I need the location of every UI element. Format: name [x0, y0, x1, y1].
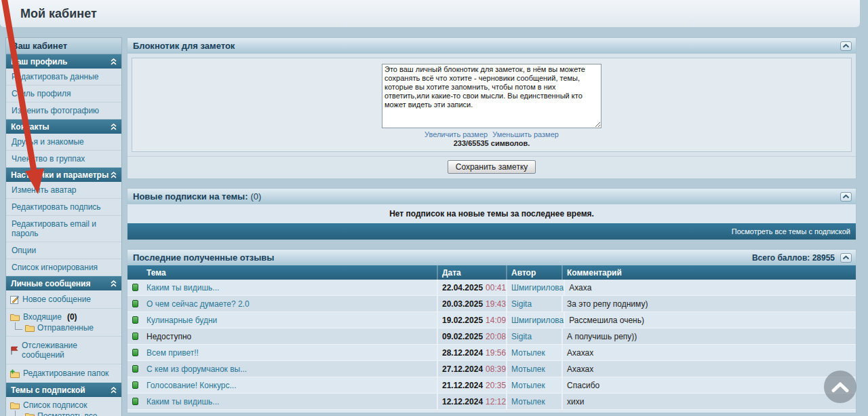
status-green-icon — [132, 333, 138, 340]
folder-icon — [10, 402, 20, 409]
new-subscriptions-panel: Новые подписки на темы: (0) Нет подписок… — [127, 188, 856, 240]
topic-link[interactable]: Каким ты видишь... — [146, 283, 219, 292]
new-subscriptions-title: Новые подписки на темы: — [133, 191, 248, 202]
table-row: Всем привет!! 28.12.202419:56 Мотылек Ах… — [127, 345, 856, 361]
column-header-date: Дата — [438, 265, 507, 280]
topic-link[interactable]: Голосование! Конкурс... — [146, 381, 237, 390]
sidebar-item-friends[interactable]: Друзья и знакомые — [6, 134, 121, 151]
collapse-icon[interactable] — [840, 253, 852, 263]
table-row: С кем из форумчанок вы... 27.12.202408:3… — [127, 361, 856, 377]
notepad-textarea[interactable]: Это ваш личный блокнотик для заметок, в … — [382, 64, 601, 128]
subscriptions-footer-bar: Посмотреть все темы с подпиской — [127, 223, 856, 240]
folder-icon — [10, 314, 20, 321]
sidebar-item-inbox[interactable]: Входящие (0) — [10, 312, 117, 322]
folder-icon — [25, 413, 35, 416]
double-chevron-up-icon — [111, 280, 117, 287]
scroll-to-top-button[interactable] — [824, 371, 856, 403]
flag-icon — [10, 346, 18, 355]
column-header-topic: Тема — [142, 265, 438, 280]
total-points-value: 28955 — [812, 253, 835, 263]
feedback-title: Последние полученные отзывы — [133, 252, 274, 263]
status-green-icon — [132, 300, 138, 307]
char-count: 233/65535 символов. — [132, 139, 851, 147]
sidebar-item-new-message[interactable]: Новое сообщение — [6, 290, 121, 309]
author-link[interactable]: Мотылек — [511, 348, 545, 358]
table-row: Каким ты видишь... 22.04.202500:41 Шмиги… — [127, 280, 856, 296]
collapse-icon[interactable] — [840, 192, 852, 202]
sidebar-section-settings[interactable]: Настройки и параметры — [6, 168, 121, 182]
sidebar-item-message-tracking[interactable]: Отслеживание сообщений — [6, 337, 121, 364]
table-bottom-edge — [127, 410, 856, 413]
double-chevron-up-icon — [111, 124, 117, 130]
author-link[interactable]: Sigita — [511, 299, 532, 309]
total-points: Всего баллов: 28955 — [752, 253, 835, 263]
author-link[interactable]: Мотылек — [511, 397, 545, 406]
notepad-resize-links: Увеличить размер Уменьшить размер — [132, 130, 851, 138]
decrease-size-link[interactable]: Уменьшить размер — [492, 130, 559, 138]
sidebar-title: Ваш кабинет — [6, 38, 121, 54]
sidebar-section-subscribed-topics[interactable]: Темы с подпиской — [6, 383, 121, 397]
notepad-panel: Блокнотик для заметок Это ваш личный бло… — [127, 37, 856, 179]
sidebar-item-edit-signature[interactable]: Редактировать подпись — [6, 199, 121, 216]
notepad-body: Это ваш личный блокнотик для заметок, в … — [127, 54, 856, 156]
tree-connector — [15, 411, 22, 416]
status-green-icon — [132, 284, 138, 291]
notepad-save-strip: Сохранить заметку — [127, 156, 856, 178]
author-link[interactable]: Шмигирилова — [511, 316, 564, 325]
sidebar-item-ignore-list[interactable]: Список игнорирования — [6, 259, 121, 276]
topic-link[interactable]: Каким ты видишь... — [146, 397, 219, 406]
sidebar-item-change-photo[interactable]: Изменить фотографию — [6, 102, 121, 119]
table-row: Недоступно 09.02.202520:08 Sigita А полу… — [127, 328, 856, 345]
topic-link[interactable]: С кем из форумчанок вы... — [146, 364, 247, 374]
sidebar-item-groups[interactable]: Членство в группах — [6, 151, 121, 168]
collapse-icon[interactable] — [840, 41, 852, 51]
new-subscriptions-header: Новые подписки на темы: (0) — [127, 189, 856, 204]
topic-link[interactable]: Кулинарные будни — [146, 316, 217, 325]
sidebar-item-change-avatar[interactable]: Изменить аватар — [6, 182, 121, 199]
sidebar-item-edit-data[interactable]: Редактировать данные — [6, 69, 121, 86]
folder-add-icon — [10, 369, 20, 378]
view-all-subscribed-topics-link[interactable]: Посмотреть все темы с подпиской — [732, 227, 850, 235]
sidebar-item-edit-email-password[interactable]: Редактировать email и пароль — [6, 216, 121, 242]
table-row: Голосование! Конкурс... 21.12.202420:35 … — [127, 377, 856, 394]
author-link[interactable]: Sigita — [511, 332, 532, 341]
sidebar-item-view-all-subscriptions[interactable]: Посмотреть все — [15, 411, 117, 416]
feedback-panel: Последние полученные отзывы Всего баллов… — [127, 249, 856, 413]
author-link[interactable]: Мотылек — [511, 381, 545, 390]
author-link[interactable]: Мотылек — [511, 364, 545, 374]
sidebar-item-sent[interactable]: Отправленные — [15, 323, 117, 333]
increase-size-link[interactable]: Увеличить размер — [425, 130, 488, 138]
save-note-button[interactable]: Сохранить заметку — [448, 160, 536, 174]
notepad-panel-header: Блокнотик для заметок — [127, 38, 856, 54]
page-title: Мой кабинет — [0, 0, 860, 27]
double-chevron-up-icon — [111, 58, 117, 65]
compose-icon — [10, 295, 19, 304]
chevron-up-icon — [831, 381, 849, 392]
status-green-icon — [132, 349, 138, 356]
sidebar-item-subscription-list[interactable]: Список подписок — [10, 400, 117, 410]
sidebar: Ваш кабинет Ваш профиль Редактировать да… — [5, 37, 122, 416]
column-header-author: Автор — [507, 265, 563, 280]
table-row: О чем сейчас думаете? 2.0 20.03.202519:4… — [127, 296, 856, 312]
sidebar-group-inbox: Входящие (0) Отправленные — [6, 309, 121, 337]
table-row: Кулинарные будни 19.02.202514:09 Шмигири… — [127, 312, 856, 328]
tree-connector — [15, 322, 22, 330]
status-green-icon — [132, 316, 138, 324]
feedback-table: Тема Дата Автор Комментарий Каким ты вид… — [127, 265, 856, 413]
sidebar-item-options[interactable]: Опции — [6, 242, 121, 259]
sidebar-item-edit-folders-messages[interactable]: Редактирование папок — [6, 364, 121, 383]
column-header-comment: Комментарий — [563, 268, 856, 278]
sidebar-section-profile[interactable]: Ваш профиль — [6, 54, 121, 69]
notepad-title: Блокнотик для заметок — [133, 41, 235, 51]
notepad-inner-box: Это ваш личный блокнотик для заметок, в … — [132, 58, 852, 152]
topic-link[interactable]: Всем привет!! — [146, 348, 199, 358]
topic-unavailable: Недоступно — [146, 332, 191, 341]
sidebar-section-messages[interactable]: Личные сообщения — [6, 276, 121, 290]
table-row: Каким ты видишь... 12.12.202412:12 Мотыл… — [127, 394, 856, 410]
status-green-icon — [132, 365, 138, 373]
topic-link[interactable]: О чем сейчас думаете? 2.0 — [146, 299, 250, 309]
sidebar-item-profile-style[interactable]: Стиль профиля — [6, 86, 121, 102]
sidebar-section-contacts[interactable]: Контакты — [6, 119, 121, 134]
author-link[interactable]: Шмигирилова — [511, 283, 564, 292]
inbox-count: (0) — [67, 312, 77, 322]
